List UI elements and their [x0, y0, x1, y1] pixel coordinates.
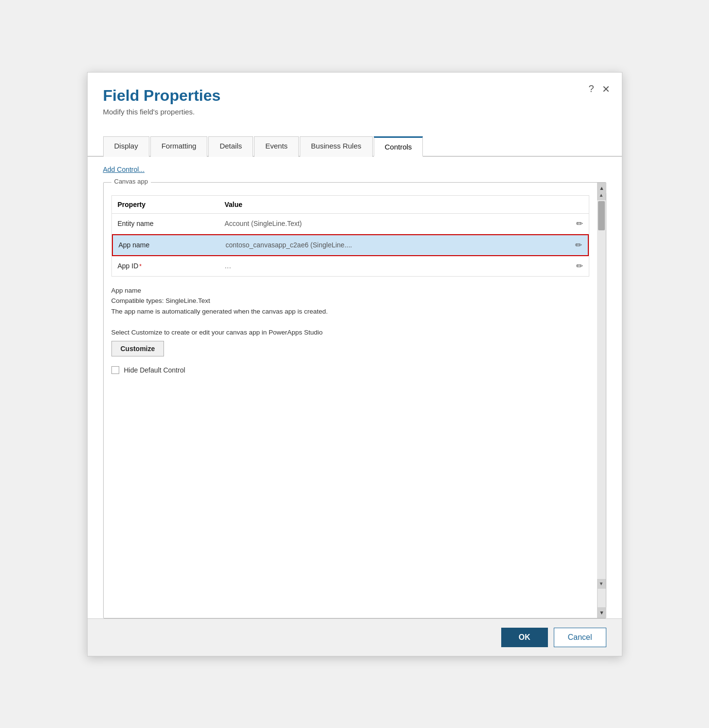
help-icon[interactable]: ?: [588, 83, 594, 94]
row-property: Entity name: [118, 220, 225, 227]
dialog-title: Field Properties: [103, 86, 606, 105]
table-header: Property Value: [112, 196, 589, 214]
description-area: App name Compatible types: SingleLine.Te…: [111, 285, 589, 317]
row-value: ...: [225, 261, 576, 270]
dialog-body: Add Control... Canvas app Property Value…: [88, 157, 622, 618]
required-indicator: *: [139, 263, 142, 270]
description-line3: The app name is automatically generated …: [111, 306, 589, 317]
cancel-button[interactable]: Cancel: [554, 628, 606, 647]
tab-business-rules[interactable]: Business Rules: [300, 136, 372, 157]
edit-icon[interactable]: ✏: [575, 240, 582, 250]
tab-controls[interactable]: Controls: [374, 136, 423, 157]
edit-icon[interactable]: ✏: [576, 219, 583, 229]
canvas-content: Property Value Entity name Account (Sing…: [104, 183, 597, 618]
customize-label: Select Customize to create or edit your …: [111, 329, 589, 336]
field-properties-dialog: Field Properties Modify this field's pro…: [87, 72, 622, 656]
add-control-link[interactable]: Add Control...: [103, 166, 606, 173]
customize-area: Select Customize to create or edit your …: [111, 329, 589, 356]
edit-icon[interactable]: ✏: [576, 261, 583, 271]
row-dots: ...: [225, 261, 231, 270]
dialog-footer: OK Cancel: [88, 618, 622, 656]
canvas-section-label: Canvas app: [111, 178, 151, 185]
col-header-property: Property: [118, 201, 225, 208]
row-value: contoso_canvasapp_c2ae6 (SingleLine....: [226, 241, 575, 249]
row-value: Account (SingleLine.Text): [225, 220, 576, 227]
tab-display[interactable]: Display: [103, 136, 149, 157]
outer-scroll-down[interactable]: ▼: [598, 607, 606, 618]
tabs-bar: Display Formatting Details Events Busine…: [88, 135, 622, 157]
row-property: App ID*: [118, 262, 225, 270]
table-row[interactable]: Entity name Account (SingleLine.Text) ✏: [112, 214, 589, 234]
hide-default-area: Hide Default Control: [111, 366, 589, 374]
customize-button[interactable]: Customize: [111, 341, 164, 356]
tab-details[interactable]: Details: [208, 136, 253, 157]
dialog-subtitle: Modify this field's properties.: [103, 108, 606, 116]
dialog-header: Field Properties Modify this field's pro…: [88, 73, 622, 122]
hide-default-label: Hide Default Control: [124, 366, 185, 374]
close-icon[interactable]: ✕: [602, 83, 610, 95]
tab-events[interactable]: Events: [254, 136, 299, 157]
description-line1: App name: [111, 285, 589, 296]
canvas-section: Canvas app Property Value Entity name Ac…: [103, 182, 606, 618]
table-row-selected[interactable]: App name contoso_canvasapp_c2ae6 (Single…: [112, 234, 589, 256]
dialog-controls: ? ✕: [588, 83, 610, 95]
ok-button[interactable]: OK: [501, 628, 548, 647]
description-line2: Compatible types: SingleLine.Text: [111, 296, 589, 306]
col-header-value: Value: [225, 201, 583, 208]
table-row[interactable]: App ID* ... ✏: [112, 256, 589, 276]
property-table: Property Value Entity name Account (Sing…: [111, 195, 589, 277]
hide-default-checkbox[interactable]: [111, 366, 119, 374]
row-property: App name: [119, 241, 226, 249]
tab-formatting[interactable]: Formatting: [150, 136, 208, 157]
